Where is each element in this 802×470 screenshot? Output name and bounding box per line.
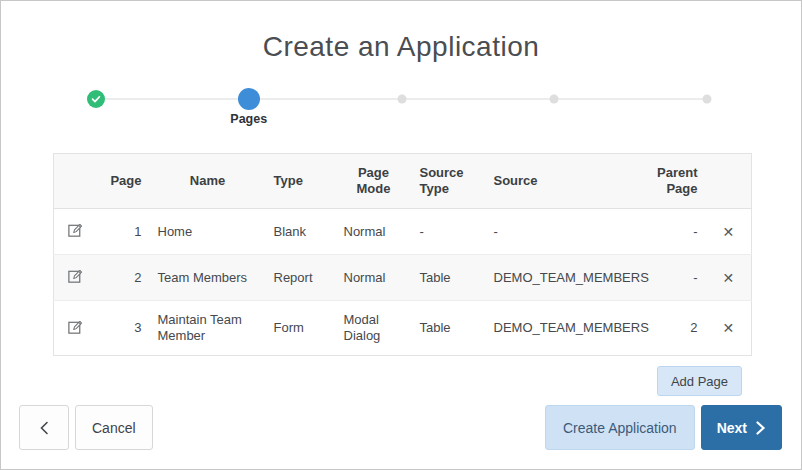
step-dot-5-upcoming (703, 95, 712, 104)
cell-type: Form (266, 301, 336, 356)
column-header-source_type: Source Type (412, 154, 486, 209)
table-row: 2Team MembersReportNormalTableDEMO_TEAM_… (54, 255, 752, 301)
edit-pencil-icon (67, 319, 84, 336)
cell-type: Blank (266, 209, 336, 255)
pages-table-header-row: PageNameTypePage ModeSource TypeSourcePa… (54, 154, 752, 209)
cell-name: Maintain Team Member (150, 301, 266, 356)
cell-del: ✕ (706, 255, 752, 301)
cancel-button[interactable]: Cancel (75, 405, 153, 450)
edit-pencil-icon (67, 222, 84, 239)
edit-page-button[interactable] (65, 220, 86, 241)
checkmark-icon (90, 93, 102, 105)
column-header-del (706, 154, 752, 209)
edit-page-button[interactable] (65, 266, 86, 287)
cell-parent_page: - (642, 209, 706, 255)
table-row: 3Maintain Team MemberFormModal DialogTab… (54, 301, 752, 356)
cell-parent_page: - (642, 255, 706, 301)
cell-edit (54, 209, 98, 255)
next-button[interactable]: Next (701, 405, 782, 450)
wizard-footer: Cancel Create Application Next (19, 405, 782, 450)
cell-del: ✕ (706, 209, 752, 255)
step-dot-2-current (238, 88, 260, 110)
column-header-source: Source (486, 154, 642, 209)
cell-name: Home (150, 209, 266, 255)
create-application-dialog: Create an Application Pages PageNameType… (0, 0, 802, 470)
column-header-parent_page: Parent Page (642, 154, 706, 209)
delete-page-button[interactable]: ✕ (720, 269, 736, 287)
wizard-progress-train: Pages (1, 64, 801, 153)
edit-pencil-icon (67, 268, 84, 285)
cell-parent_page: 2 (642, 301, 706, 356)
cell-page: 1 (98, 209, 150, 255)
cell-page_mode: Modal Dialog (336, 301, 412, 356)
step-dot-1-complete (87, 90, 105, 108)
column-header-type: Type (266, 154, 336, 209)
cell-edit (54, 301, 98, 356)
table-row: 1HomeBlankNormal---✕ (54, 209, 752, 255)
cell-source_type: - (412, 209, 486, 255)
column-header-page: Page (98, 154, 150, 209)
step-dot-4-upcoming (550, 95, 559, 104)
add-page-button[interactable]: Add Page (657, 366, 742, 396)
cell-edit (54, 255, 98, 301)
delete-page-button[interactable]: ✕ (720, 223, 736, 241)
chevron-right-icon (755, 421, 766, 435)
column-header-edit (54, 154, 98, 209)
column-header-name: Name (150, 154, 266, 209)
back-button[interactable] (19, 405, 69, 450)
cell-page_mode: Normal (336, 209, 412, 255)
cell-type: Report (266, 255, 336, 301)
page-title: Create an Application (1, 1, 801, 64)
cell-page: 3 (98, 301, 150, 356)
cell-del: ✕ (706, 301, 752, 356)
delete-page-button[interactable]: ✕ (720, 319, 736, 337)
cell-source: DEMO_TEAM_MEMBERS (486, 301, 642, 356)
cell-source_type: Table (412, 301, 486, 356)
cell-page: 2 (98, 255, 150, 301)
cell-source: - (486, 209, 642, 255)
chevron-left-icon (37, 420, 51, 436)
cell-name: Team Members (150, 255, 266, 301)
cell-page_mode: Normal (336, 255, 412, 301)
current-step-label: Pages (230, 112, 267, 126)
create-application-button[interactable]: Create Application (545, 405, 695, 450)
step-dot-3-upcoming (397, 95, 406, 104)
pages-table: PageNameTypePage ModeSource TypeSourcePa… (53, 153, 752, 356)
cell-source: DEMO_TEAM_MEMBERS (486, 255, 642, 301)
edit-page-button[interactable] (65, 317, 86, 338)
column-header-page_mode: Page Mode (336, 154, 412, 209)
cell-source_type: Table (412, 255, 486, 301)
next-button-label: Next (717, 420, 747, 436)
